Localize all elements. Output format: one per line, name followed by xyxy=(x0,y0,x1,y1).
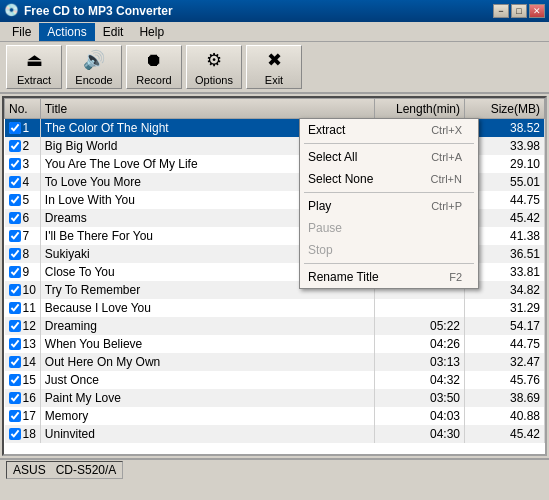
ctx-select-none-shortcut: Ctrl+N xyxy=(431,173,462,185)
track-number: 16 xyxy=(23,391,36,405)
track-number: 12 xyxy=(23,319,36,333)
ctx-rename-title[interactable]: Rename Title F2 xyxy=(300,266,478,288)
col-header-title: Title xyxy=(40,99,374,119)
menu-edit[interactable]: Edit xyxy=(95,23,132,41)
col-header-size: Size(MB) xyxy=(465,99,545,119)
track-length: 03:50 xyxy=(375,389,465,407)
track-checkbox[interactable] xyxy=(9,284,21,296)
track-checkbox[interactable] xyxy=(9,140,21,152)
track-number-cell: 11 xyxy=(5,299,41,317)
track-number: 18 xyxy=(23,427,36,441)
track-checkbox[interactable] xyxy=(9,428,21,440)
menu-file[interactable]: File xyxy=(4,23,39,41)
track-number: 3 xyxy=(23,157,30,171)
encode-icon: 🔊 xyxy=(82,48,106,72)
track-checkbox[interactable] xyxy=(9,320,21,332)
track-number: 5 xyxy=(23,193,30,207)
options-label: Options xyxy=(195,74,233,86)
ctx-stop-label: Stop xyxy=(308,243,333,257)
table-row[interactable]: 17Memory04:0340.88 xyxy=(5,407,545,425)
track-checkbox[interactable] xyxy=(9,122,21,134)
track-checkbox[interactable] xyxy=(9,338,21,350)
track-number-cell: 8 xyxy=(5,245,41,263)
track-number: 9 xyxy=(23,265,30,279)
exit-button[interactable]: ✖ Exit xyxy=(246,45,302,89)
track-checkbox[interactable] xyxy=(9,230,21,242)
track-checkbox[interactable] xyxy=(9,392,21,404)
maximize-button[interactable]: □ xyxy=(511,4,527,18)
track-number: 10 xyxy=(23,283,36,297)
ctx-rename-shortcut: F2 xyxy=(449,271,462,283)
ctx-extract-label: Extract xyxy=(308,123,345,137)
track-number-cell: 4 xyxy=(5,173,41,191)
track-length: 04:26 xyxy=(375,335,465,353)
menu-help[interactable]: Help xyxy=(131,23,172,41)
ctx-select-none[interactable]: Select None Ctrl+N xyxy=(300,168,478,190)
extract-button[interactable]: ⏏ Extract xyxy=(6,45,62,89)
track-number-cell: 3 xyxy=(5,155,41,173)
table-row[interactable]: 13When You Believe04:2644.75 xyxy=(5,335,545,353)
encode-label: Encode xyxy=(75,74,112,86)
exit-label: Exit xyxy=(265,74,283,86)
extract-label: Extract xyxy=(17,74,51,86)
options-button[interactable]: ⚙ Options xyxy=(186,45,242,89)
track-title: Just Once xyxy=(40,371,374,389)
ctx-extract[interactable]: Extract Ctrl+X xyxy=(300,119,478,141)
track-checkbox[interactable] xyxy=(9,194,21,206)
track-checkbox[interactable] xyxy=(9,356,21,368)
track-number-cell: 6 xyxy=(5,209,41,227)
track-number-cell: 18 xyxy=(5,425,41,443)
exit-icon: ✖ xyxy=(262,48,286,72)
menu-actions[interactable]: Actions xyxy=(39,23,94,41)
track-title: Memory xyxy=(40,407,374,425)
table-row[interactable]: 18Uninvited04:3045.42 xyxy=(5,425,545,443)
close-button[interactable]: ✕ xyxy=(529,4,545,18)
track-number: 6 xyxy=(23,211,30,225)
ctx-select-all-shortcut: Ctrl+A xyxy=(431,151,462,163)
track-title: Paint My Love xyxy=(40,389,374,407)
track-number: 14 xyxy=(23,355,36,369)
track-checkbox[interactable] xyxy=(9,374,21,386)
track-number: 1 xyxy=(23,121,30,135)
table-row[interactable]: 14Out Here On My Own03:1332.47 xyxy=(5,353,545,371)
track-length xyxy=(375,299,465,317)
ctx-sep-1 xyxy=(304,143,474,144)
track-size: 45.76 xyxy=(465,371,545,389)
track-checkbox[interactable] xyxy=(9,176,21,188)
ctx-extract-shortcut: Ctrl+X xyxy=(431,124,462,136)
menu-bar: File Actions Edit Help xyxy=(0,22,549,42)
track-size: 54.17 xyxy=(465,317,545,335)
track-number-cell: 7 xyxy=(5,227,41,245)
ctx-sep-3 xyxy=(304,263,474,264)
record-button[interactable]: ⏺ Record xyxy=(126,45,182,89)
track-size: 32.47 xyxy=(465,353,545,371)
ctx-select-all[interactable]: Select All Ctrl+A xyxy=(300,146,478,168)
table-row[interactable]: 15Just Once04:3245.76 xyxy=(5,371,545,389)
track-checkbox[interactable] xyxy=(9,302,21,314)
track-checkbox[interactable] xyxy=(9,410,21,422)
track-checkbox[interactable] xyxy=(9,158,21,170)
track-title: When You Believe xyxy=(40,335,374,353)
track-number: 15 xyxy=(23,373,36,387)
col-header-length: Length(min) xyxy=(375,99,465,119)
track-number: 17 xyxy=(23,409,36,423)
ctx-rename-label: Rename Title xyxy=(308,270,379,284)
track-size: 44.75 xyxy=(465,335,545,353)
track-number-cell: 15 xyxy=(5,371,41,389)
track-checkbox[interactable] xyxy=(9,266,21,278)
ctx-play[interactable]: Play Ctrl+P xyxy=(300,195,478,217)
ctx-sep-2 xyxy=(304,192,474,193)
table-row[interactable]: 16Paint My Love03:5038.69 xyxy=(5,389,545,407)
table-row[interactable]: 12Dreaming05:2254.17 xyxy=(5,317,545,335)
track-size: 45.42 xyxy=(465,425,545,443)
minimize-button[interactable]: − xyxy=(493,4,509,18)
track-number: 4 xyxy=(23,175,30,189)
track-checkbox[interactable] xyxy=(9,212,21,224)
table-row[interactable]: 11Because I Love You31.29 xyxy=(5,299,545,317)
track-title: Out Here On My Own xyxy=(40,353,374,371)
track-length: 04:03 xyxy=(375,407,465,425)
encode-button[interactable]: 🔊 Encode xyxy=(66,45,122,89)
track-number-cell: 16 xyxy=(5,389,41,407)
ctx-pause: Pause xyxy=(300,217,478,239)
track-checkbox[interactable] xyxy=(9,248,21,260)
